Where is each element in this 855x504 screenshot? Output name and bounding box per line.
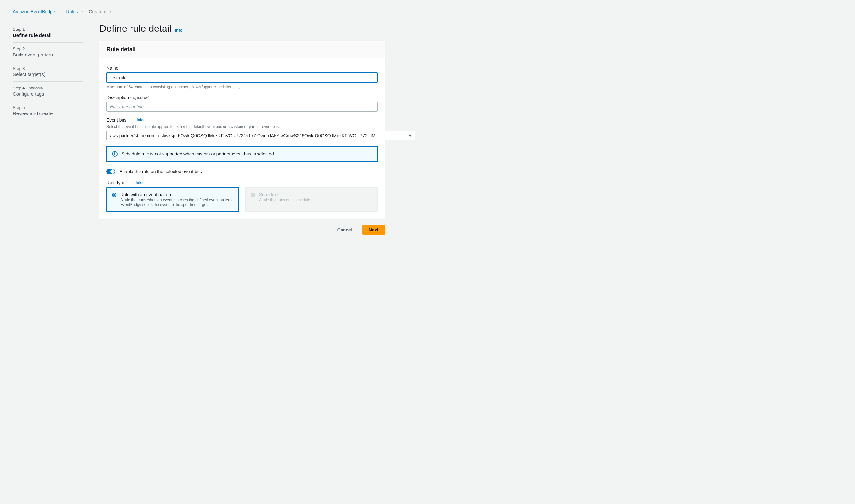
step-4[interactable]: Step 4 - optional Configure tags — [13, 82, 83, 101]
eventbus-label: Event bus Info — [106, 118, 378, 123]
ruletype-event-pattern-tile[interactable]: Rule with an event pattern A rule that r… — [106, 187, 239, 212]
step-number: Step 5 — [13, 105, 83, 110]
description-input[interactable] — [106, 102, 378, 112]
name-field: Name Maximum of 64 characters consisting… — [106, 66, 378, 89]
step-title: Review and create — [13, 111, 83, 116]
alert-text: Schedule rule is not supported when cust… — [122, 151, 275, 157]
wizard-steps: Step 1 Define rule detail Step 2 Build e… — [13, 23, 83, 121]
name-hint: Maximum of 64 characters consisting of n… — [106, 85, 378, 89]
step-5[interactable]: Step 5 Review and create — [13, 101, 83, 121]
tile-title: Rule with an event pattern — [120, 192, 233, 197]
enable-rule-row: Enable the rule on the selected event bu… — [106, 169, 378, 175]
tile-title: Schedule — [259, 192, 310, 197]
step-3[interactable]: Step 3 Select target(s) — [13, 62, 83, 82]
chevron-right-icon: 〉 — [82, 9, 85, 14]
main-content: Define rule detail Info Rule detail Name… — [100, 23, 385, 235]
cancel-button[interactable]: Cancel — [331, 225, 359, 235]
step-number: Step 4 - optional — [13, 86, 83, 90]
radio-icon — [251, 193, 255, 197]
toggle-knob — [110, 169, 115, 174]
chevron-right-icon: 〉 — [59, 9, 63, 14]
step-title: Configure tags — [13, 91, 83, 96]
enable-rule-label: Enable the rule on the selected event bu… — [119, 169, 202, 174]
step-number: Step 1 — [13, 27, 83, 32]
tile-desc: A rule that runs when an event matches t… — [120, 198, 233, 207]
panel-header: Rule detail — [100, 41, 385, 58]
tile-desc: A rule that runs on a schedule — [259, 198, 310, 202]
enable-rule-toggle[interactable] — [106, 169, 115, 175]
description-field: Description - optional — [106, 95, 378, 112]
breadcrumb-current: Create rule — [89, 9, 111, 14]
eventbus-info-link[interactable]: Info — [137, 118, 144, 122]
schedule-unsupported-alert: i Schedule rule is not supported when cu… — [106, 146, 378, 162]
eventbus-field: Event bus Info Select the event bus this… — [106, 118, 378, 140]
ruletype-schedule-tile: Schedule A rule that runs on a schedule — [245, 187, 378, 212]
step-2[interactable]: Step 2 Build event pattern — [13, 43, 83, 62]
ruletype-label: Rule type Info — [106, 180, 378, 185]
name-label: Name — [106, 66, 378, 71]
name-input[interactable] — [106, 72, 378, 83]
breadcrumb: Amazon EventBridge 〉 Rules 〉 Create rule — [13, 9, 842, 14]
rule-detail-panel: Rule detail Name Maximum of 64 character… — [100, 41, 385, 219]
step-number: Step 3 — [13, 66, 83, 71]
step-number: Step 2 — [13, 47, 83, 51]
eventbus-hint: Select the event bus this rule applies t… — [106, 124, 378, 129]
step-title: Select target(s) — [13, 72, 83, 77]
ruletype-info-link[interactable]: Info — [136, 180, 143, 185]
radio-icon — [112, 193, 117, 197]
wizard-footer: Cancel Next — [100, 225, 385, 235]
panel-title: Rule detail — [106, 46, 378, 53]
info-link[interactable]: Info — [175, 28, 182, 33]
page-title: Define rule detail — [100, 23, 172, 34]
description-label: Description - optional — [106, 95, 378, 100]
next-button[interactable]: Next — [362, 225, 385, 235]
breadcrumb-root[interactable]: Amazon EventBridge — [13, 9, 55, 14]
step-title: Build event pattern — [13, 52, 83, 57]
step-1[interactable]: Step 1 Define rule detail — [13, 23, 83, 43]
eventbus-select[interactable]: aws.partner/stripe.com.test/wksp_6OwkrQ0… — [106, 131, 415, 140]
ruletype-field: Rule type Info Rule with an event patter… — [106, 180, 378, 212]
info-icon: i — [112, 151, 118, 157]
breadcrumb-rules[interactable]: Rules — [66, 9, 78, 14]
step-title: Define rule detail — [13, 32, 83, 38]
